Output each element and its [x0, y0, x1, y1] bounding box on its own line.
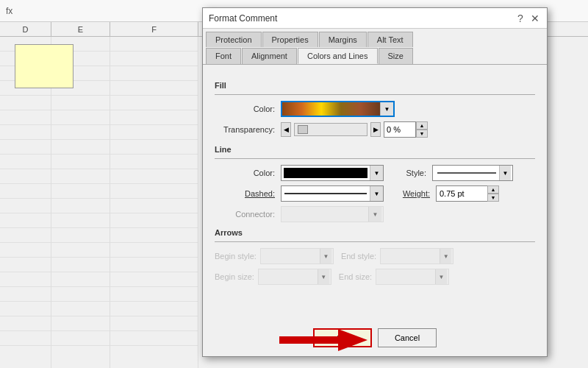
- fill-color-dropdown[interactable]: ▼: [281, 101, 395, 117]
- dialog-footer: OK Cancel: [203, 328, 547, 347]
- formula-bar-label: fx: [6, 6, 12, 16]
- dialog-titlebar: Format Comment ? ✕: [203, 8, 547, 29]
- line-color-swatch: [284, 168, 368, 178]
- transparency-value[interactable]: 0 %: [384, 121, 416, 138]
- tab-properties[interactable]: Properties: [262, 32, 318, 47]
- arrow-indicator: [279, 325, 368, 355]
- line-color-label: Color:: [215, 169, 281, 177]
- line-dashed-row: Dashed: ▼: [215, 185, 384, 202]
- line-color-arrow[interactable]: ▼: [370, 166, 383, 180]
- red-arrow-svg: [279, 325, 368, 355]
- column-f: [110, 37, 198, 368]
- line-section-header: Line: [215, 145, 535, 154]
- slider-right-arrow[interactable]: ▶: [370, 122, 381, 137]
- weight-value[interactable]: 0.75 pt: [436, 185, 487, 202]
- line-color-style-row: Color: ▼ Style: ▼: [215, 165, 535, 185]
- line-color-group: Color: ▼: [215, 165, 384, 185]
- tab-protection[interactable]: Protection: [206, 32, 262, 47]
- weight-down[interactable]: ▼: [487, 194, 499, 202]
- dialog-title: Format Comment: [209, 13, 277, 24]
- arrows-section-header: Arrows: [215, 228, 535, 237]
- fill-transparency-row: Transparency: ◀ ▶ 0 % ▲ ▼: [215, 121, 535, 138]
- dashed-label-text: Dashed:: [245, 189, 275, 198]
- end-style-dropdown[interactable]: ▼: [380, 248, 453, 264]
- line-style-dropdown[interactable]: ▼: [432, 165, 513, 181]
- tab-alignment[interactable]: Alignment: [242, 48, 297, 64]
- help-button[interactable]: ?: [514, 13, 526, 24]
- cell-comment-box: [15, 44, 74, 88]
- transparency-up[interactable]: ▲: [416, 121, 428, 130]
- weight-spinner: 0.75 pt ▲ ▼: [436, 185, 499, 202]
- end-style-label: End style:: [341, 252, 380, 261]
- line-dashed-group: Dashed: ▼: [215, 185, 384, 206]
- line-style-preview: [437, 172, 496, 174]
- cancel-button[interactable]: Cancel: [378, 328, 437, 347]
- line-color-row: Color: ▼: [215, 165, 384, 181]
- tabs-row-1: Protection Properties Margins Alt Text: [203, 29, 547, 47]
- line-connector-label: Connector:: [215, 210, 281, 219]
- fill-color-swatch: [282, 102, 380, 116]
- fill-color-arrow[interactable]: ▼: [380, 102, 393, 116]
- arrows-divider: [215, 241, 535, 242]
- connector-arrow[interactable]: ▼: [368, 207, 381, 222]
- line-style-row: Style: ▼: [395, 165, 513, 181]
- tab-margins[interactable]: Margins: [319, 32, 367, 47]
- transparency-arrows: ▲ ▼: [416, 121, 428, 138]
- svg-marker-0: [279, 329, 368, 351]
- col-header-d: D: [0, 22, 51, 36]
- weight-up[interactable]: ▲: [487, 185, 499, 194]
- begin-size-arrow[interactable]: ▼: [318, 269, 329, 284]
- end-size-label: End size:: [339, 272, 376, 281]
- fill-divider: [215, 94, 535, 95]
- slider-left-arrow[interactable]: ◀: [281, 122, 291, 137]
- col-header-e: E: [51, 22, 110, 36]
- end-style-row: End style: ▼: [341, 248, 453, 264]
- line-dashed-dropdown[interactable]: ▼: [281, 185, 384, 202]
- line-divider: [215, 158, 535, 159]
- line-style-label: Style:: [395, 169, 432, 177]
- line-dashed-label: Dashed:: [215, 189, 281, 198]
- weight-label-text: Weight:: [403, 189, 430, 198]
- close-button[interactable]: ✕: [529, 13, 541, 24]
- line-connector-dropdown[interactable]: ▼: [281, 206, 384, 222]
- fill-color-label: Color:: [215, 105, 281, 113]
- dialog-body: Fill Color: ▼ Transparency: ◀ ▶ 0 %: [203, 65, 547, 298]
- line-dashed-weight-row: Dashed: ▼ Weight: 0.75 pt: [215, 185, 535, 206]
- end-size-dropdown[interactable]: ▼: [376, 269, 449, 285]
- transparency-spinner: 0 % ▲ ▼: [384, 121, 428, 138]
- dashed-preview: [284, 193, 367, 194]
- fill-transparency-label: Transparency:: [215, 125, 281, 134]
- end-size-arrow[interactable]: ▼: [435, 269, 447, 284]
- tab-font[interactable]: Font: [206, 48, 241, 64]
- line-color-dropdown[interactable]: ▼: [281, 165, 384, 181]
- format-comment-dialog: Format Comment ? ✕ Protection Properties…: [202, 7, 548, 357]
- slider-thumb: [298, 125, 308, 134]
- end-style-arrow[interactable]: ▼: [440, 249, 451, 263]
- col-header-f: F: [110, 22, 198, 36]
- tab-alt-text[interactable]: Alt Text: [368, 32, 413, 47]
- arrows-size-row: Begin size: ▼ End size: ▼: [215, 269, 535, 289]
- line-weight-row: Weight: 0.75 pt ▲ ▼: [395, 185, 499, 202]
- begin-size-label: Begin size:: [215, 272, 258, 281]
- weight-arrows: ▲ ▼: [487, 185, 499, 202]
- line-style-group: Style: ▼: [395, 165, 513, 185]
- line-connector-row: Connector: ▼: [215, 206, 535, 222]
- begin-size-dropdown[interactable]: ▼: [258, 269, 331, 285]
- end-size-row: End size: ▼: [339, 269, 449, 285]
- transparency-down[interactable]: ▼: [416, 130, 428, 138]
- slider-track[interactable]: [294, 123, 368, 136]
- line-style-arrow[interactable]: ▼: [499, 166, 511, 180]
- arrows-style-row: Begin style: ▼ End style: ▼: [215, 248, 535, 269]
- begin-style-dropdown[interactable]: ▼: [260, 248, 334, 264]
- fill-section-header: Fill: [215, 81, 535, 90]
- tab-size[interactable]: Size: [379, 48, 413, 64]
- line-dashed-arrow[interactable]: ▼: [370, 186, 383, 201]
- line-weight-label: Weight:: [395, 189, 436, 198]
- dialog-controls: ? ✕: [514, 13, 541, 24]
- slider-container: ◀ ▶: [281, 122, 381, 137]
- line-weight-group: Weight: 0.75 pt ▲ ▼: [395, 185, 499, 206]
- begin-style-arrow[interactable]: ▼: [320, 249, 331, 263]
- tab-colors-and-lines[interactable]: Colors and Lines: [298, 48, 378, 64]
- fill-color-row: Color: ▼: [215, 101, 535, 117]
- tabs-row-2: Font Alignment Colors and Lines Size: [203, 47, 547, 65]
